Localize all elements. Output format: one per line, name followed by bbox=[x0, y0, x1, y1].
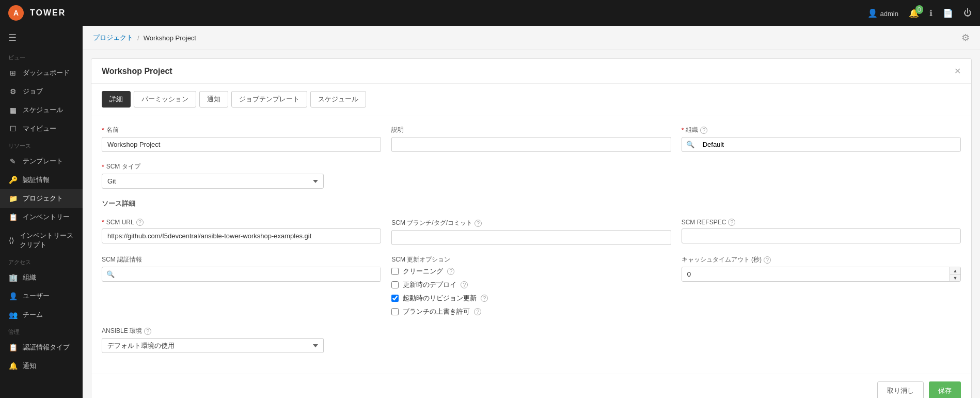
scm-branch-label: SCM ブランチ/タグ/コミット ? bbox=[391, 219, 671, 227]
sidebar-label-teams: チーム bbox=[23, 310, 43, 319]
myview-icon: ☐ bbox=[8, 125, 18, 133]
scm-update-label: SCM 更新オプション bbox=[391, 255, 671, 264]
org-required: * bbox=[682, 127, 684, 134]
sidebar-label-inventory-scripts: インベントリースクリプト bbox=[20, 231, 74, 250]
sidebar-item-organizations[interactable]: 🏢 組織 bbox=[0, 268, 83, 287]
ansible-env-label: ANSIBLE 環境 ? bbox=[102, 327, 324, 335]
sidebar-item-notifications[interactable]: 🔔 通知 bbox=[0, 357, 83, 375]
checkbox-clean[interactable]: クリーニング ? bbox=[391, 267, 671, 276]
ansible-env-help-icon[interactable]: ? bbox=[144, 328, 151, 335]
form-group-scm-update: SCM 更新オプション クリーニング ? 更新時のデプロイ ? bbox=[391, 255, 671, 316]
cache-timeout-input[interactable] bbox=[682, 267, 950, 281]
scm-url-help-icon[interactable]: ? bbox=[136, 219, 144, 226]
spinner-up[interactable]: ▲ bbox=[950, 267, 960, 274]
sidebar-item-credential-types[interactable]: 📋 認証情報タイプ bbox=[0, 338, 83, 357]
sidebar-label-credential-types: 認証情報タイプ bbox=[23, 343, 70, 352]
sidebar-item-projects[interactable]: 📁 プロジェクト bbox=[0, 189, 83, 208]
sidebar-label-notifications: 通知 bbox=[23, 361, 36, 371]
checkbox-delete-on-update[interactable]: 更新時のデプロイ ? bbox=[391, 280, 671, 289]
tower-icon: ⚙ bbox=[961, 32, 970, 43]
app-name: TOWER bbox=[30, 8, 66, 18]
checkbox-update-on-launch[interactable]: 起動時のリビジョン更新 ? bbox=[391, 294, 671, 303]
form-footer: 取り消し 保存 bbox=[91, 374, 971, 398]
delete-help-icon[interactable]: ? bbox=[461, 281, 468, 288]
teams-icon: 👥 bbox=[8, 311, 18, 319]
form-group-scm-refspec: SCM REFSPEC ? bbox=[682, 219, 961, 245]
name-input[interactable] bbox=[102, 137, 381, 152]
tab-detail[interactable]: 詳細 bbox=[102, 91, 131, 108]
scm-refspec-help-icon[interactable]: ? bbox=[728, 219, 735, 226]
topbar-right: 👤 admin 🔔 0 ℹ 📄 ⏻ bbox=[867, 8, 972, 18]
dashboard-icon: ⊞ bbox=[8, 69, 18, 77]
sidebar-item-jobs[interactable]: ⚙ ジョブ bbox=[0, 82, 83, 101]
sidebar-item-credentials[interactable]: 🔑 認証情報 bbox=[0, 171, 83, 189]
sidebar-item-templates[interactable]: ✎ テンプレート bbox=[0, 152, 83, 171]
power-icon[interactable]: ⏻ bbox=[963, 8, 972, 18]
cache-timeout-spinners: ▲ ▼ bbox=[950, 267, 960, 281]
sidebar: ☰ ビュー ⊞ ダッシュボード ⚙ ジョブ ▦ スケジュール ☐ マイビュー リ… bbox=[0, 26, 83, 398]
tab-permissions[interactable]: パーミッション bbox=[134, 91, 196, 108]
notification-icon[interactable]: 🔔 0 bbox=[909, 8, 919, 18]
sidebar-item-schedules[interactable]: ▦ スケジュール bbox=[0, 101, 83, 119]
sidebar-label-myview: マイビュー bbox=[23, 124, 56, 133]
close-button[interactable]: ✕ bbox=[954, 66, 961, 76]
scm-refspec-input[interactable] bbox=[682, 228, 961, 243]
ansible-env-select[interactable]: デフォルト環境の使用 bbox=[102, 338, 324, 353]
organization-label: * 組織 ? bbox=[682, 126, 961, 134]
sidebar-item-dashboard[interactable]: ⊞ ダッシュボード bbox=[0, 64, 83, 82]
sidebar-label-organizations: 組織 bbox=[23, 273, 36, 282]
form-group-scm-type: * SCM タイプ Git Mercurial Subversion bbox=[102, 162, 324, 189]
sidebar-item-myview[interactable]: ☐ マイビュー bbox=[0, 119, 83, 138]
org-help-icon[interactable]: ? bbox=[700, 127, 707, 134]
description-input[interactable] bbox=[391, 137, 671, 152]
hamburger-menu[interactable]: ☰ bbox=[0, 26, 83, 50]
organization-input[interactable] bbox=[699, 137, 960, 151]
sidebar-item-users[interactable]: 👤 ユーザー bbox=[0, 287, 83, 305]
breadcrumb-separator: / bbox=[137, 34, 139, 42]
user-icon[interactable]: 👤 admin bbox=[867, 8, 898, 18]
tab-schedules[interactable]: スケジュール bbox=[310, 91, 366, 108]
info-icon[interactable]: ℹ bbox=[929, 8, 932, 18]
cache-timeout-help-icon[interactable]: ? bbox=[764, 256, 771, 264]
update-help-icon[interactable]: ? bbox=[481, 295, 488, 302]
form-group-description: 説明 bbox=[391, 126, 671, 152]
scm-refspec-label: SCM REFSPEC ? bbox=[682, 219, 961, 226]
checkbox-branch-input[interactable] bbox=[391, 308, 399, 315]
tab-job-templates[interactable]: ジョブテンプレート bbox=[231, 91, 307, 108]
branch-help-icon[interactable]: ? bbox=[474, 308, 481, 315]
form-row-1: * 名前 説明 * 組織 ? bbox=[102, 126, 961, 152]
scm-cred-search-icon: 🔍 bbox=[102, 270, 119, 278]
scm-branch-help-icon[interactable]: ? bbox=[475, 220, 482, 227]
scm-type-select[interactable]: Git Mercurial Subversion bbox=[102, 174, 324, 189]
docs-icon[interactable]: 📄 bbox=[943, 8, 953, 18]
form-row-scm-cred: SCM 認証情報 🔍 SCM 更新オプション クリーニング ? bbox=[102, 255, 961, 316]
access-section-label: アクセス bbox=[0, 254, 83, 268]
checkbox-clean-input[interactable] bbox=[391, 268, 399, 275]
sidebar-item-inventories[interactable]: 📋 インベントリー bbox=[0, 208, 83, 226]
form-row-scm-url: * SCM URL ? SCM ブランチ/タグ/コミット ? bbox=[102, 219, 961, 245]
save-button[interactable]: 保存 bbox=[929, 381, 961, 398]
clean-help-icon[interactable]: ? bbox=[447, 268, 454, 275]
scm-cred-input[interactable] bbox=[119, 267, 381, 281]
sidebar-item-inventory-scripts[interactable]: ⟨⟩ インベントリースクリプト bbox=[0, 226, 83, 254]
form-group-name: * 名前 bbox=[102, 126, 381, 152]
cancel-button[interactable]: 取り消し bbox=[877, 381, 924, 398]
description-label: 説明 bbox=[391, 126, 671, 134]
checkbox-branch-override[interactable]: ブランチの上書き許可 ? bbox=[391, 307, 671, 316]
credential-types-icon: 📋 bbox=[8, 343, 18, 351]
scm-update-checkboxes: クリーニング ? 更新時のデプロイ ? 起動時のリビジョン更新 bbox=[391, 267, 671, 316]
spinner-down[interactable]: ▼ bbox=[950, 274, 960, 281]
scm-branch-input[interactable] bbox=[391, 230, 671, 245]
projects-icon: 📁 bbox=[8, 194, 18, 203]
sidebar-label-inventories: インベントリー bbox=[23, 212, 70, 222]
checkbox-update-input[interactable] bbox=[391, 295, 399, 302]
tab-notifications[interactable]: 通知 bbox=[199, 91, 228, 108]
sidebar-item-teams[interactable]: 👥 チーム bbox=[0, 305, 83, 324]
scm-url-input[interactable] bbox=[102, 228, 381, 243]
organization-input-wrap: 🔍 bbox=[682, 137, 961, 152]
inventories-icon: 📋 bbox=[8, 213, 18, 221]
form-group-scm-branch: SCM ブランチ/タグ/コミット ? bbox=[391, 219, 671, 245]
breadcrumb-projects-link[interactable]: プロジェクト bbox=[93, 33, 133, 42]
notifications-icon: 🔔 bbox=[8, 362, 18, 370]
checkbox-delete-input[interactable] bbox=[391, 281, 399, 288]
